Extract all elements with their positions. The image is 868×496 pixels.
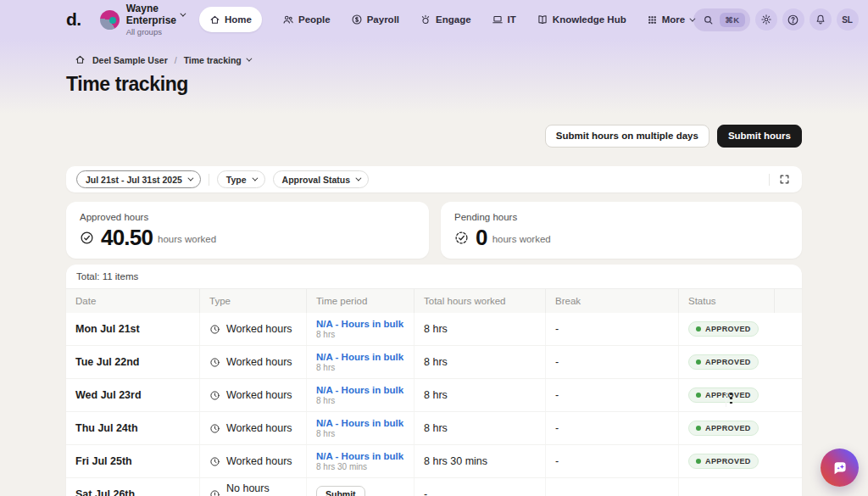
breadcrumb-item[interactable]: Deel Sample User bbox=[92, 55, 168, 65]
clock-icon bbox=[209, 324, 220, 335]
workspace-name: Wayne Enterprise bbox=[126, 3, 176, 26]
status-badge: APPROVED bbox=[688, 454, 759, 469]
breadcrumb-home-button[interactable] bbox=[75, 54, 86, 65]
time-period-sub: 8 hrs bbox=[316, 429, 335, 438]
row-type: Worked hours bbox=[199, 412, 306, 444]
pending-hours-card: Pending hours 0 hours worked bbox=[441, 202, 802, 259]
time-period-link[interactable]: N/A - Hours in bulk bbox=[316, 319, 403, 329]
header-actions: Submit hours on multiple days Submit hou… bbox=[545, 125, 802, 148]
submit-hours-multiple-days-button[interactable]: Submit hours on multiple days bbox=[545, 125, 709, 148]
settings-button[interactable] bbox=[755, 8, 777, 31]
grid-icon bbox=[647, 14, 658, 25]
workspace-switcher[interactable]: Wayne Enterprise All groups bbox=[100, 3, 184, 36]
nav-item-it[interactable]: IT bbox=[492, 14, 516, 25]
search-button[interactable]: ⌘K bbox=[693, 8, 749, 31]
row-status: APPROVED bbox=[678, 412, 774, 444]
card-title: Pending hours bbox=[454, 212, 788, 222]
fullscreen-button[interactable] bbox=[777, 172, 792, 187]
status-badge: APPROVED bbox=[688, 321, 759, 337]
topbar-right: ⌘K SL bbox=[693, 8, 858, 31]
time-tracking-table: Total: 11 items Date Type Time period To… bbox=[66, 265, 802, 496]
search-shortcut: ⌘K bbox=[720, 13, 744, 27]
engage-icon bbox=[420, 14, 431, 25]
approved-hours-value: 40.50 bbox=[101, 226, 153, 248]
row-time-period: N/A - Hours in bulk 8 hrs bbox=[306, 346, 414, 378]
user-avatar[interactable]: SL bbox=[837, 8, 859, 31]
check-circle-icon bbox=[80, 231, 94, 245]
row-date: Tue Jul 22nd bbox=[66, 346, 199, 378]
row-date: Wed Jul 23rd bbox=[66, 379, 199, 411]
nav-item-people[interactable]: People bbox=[282, 14, 331, 25]
status-dot-icon bbox=[696, 459, 701, 464]
row-date: Thu Jul 24th bbox=[66, 412, 199, 444]
time-period-sub: 8 hrs 30 mins bbox=[316, 462, 367, 471]
help-button[interactable] bbox=[782, 8, 804, 31]
row-type: Worked hours bbox=[199, 313, 306, 345]
approval-status-filter[interactable]: Approval Status bbox=[273, 170, 370, 188]
table-row: Wed Jul 23rd Worked hours N/A - Hours in… bbox=[66, 379, 802, 412]
gear-icon bbox=[760, 14, 772, 25]
breadcrumb-separator: / bbox=[175, 55, 177, 65]
nav-item-home[interactable]: Home bbox=[199, 7, 262, 32]
type-filter[interactable]: Type bbox=[217, 170, 265, 188]
status-dot-icon bbox=[696, 426, 701, 431]
status-badge: APPROVED bbox=[688, 354, 759, 370]
breadcrumb-item-current[interactable]: Time tracking bbox=[184, 55, 250, 65]
row-time-period: Submit bbox=[306, 478, 414, 496]
date-range-filter[interactable]: Jul 21st - Jul 31st 2025 bbox=[76, 170, 201, 188]
book-icon bbox=[537, 14, 548, 25]
status-badge: APPROVED bbox=[688, 387, 759, 403]
column-header-date: Date bbox=[66, 289, 199, 313]
hours-worked-unit: hours worked bbox=[492, 234, 551, 244]
workspace-subtitle: All groups bbox=[126, 27, 184, 36]
table-row: Sat Jul 26th No hours worked Submit - bbox=[66, 478, 802, 496]
row-time-period: N/A - Hours in bulk 8 hrs 30 mins bbox=[306, 445, 414, 477]
time-period-link[interactable]: N/A - Hours in bulk bbox=[316, 352, 403, 362]
row-total-hours: 8 hrs bbox=[414, 412, 545, 444]
time-period-sub: 8 hrs bbox=[316, 363, 335, 372]
chevron-down-icon bbox=[180, 10, 186, 16]
card-title: Approved hours bbox=[80, 212, 415, 222]
submit-hours-button[interactable]: Submit hours bbox=[717, 125, 802, 148]
workspace-avatar bbox=[100, 10, 120, 30]
nav-item-knowledge-hub[interactable]: Knowledge Hub bbox=[537, 14, 626, 25]
column-header-type: Type bbox=[199, 289, 306, 313]
time-period-link[interactable]: N/A - Hours in bulk bbox=[316, 418, 403, 428]
filter-divider bbox=[769, 174, 770, 186]
clock-icon bbox=[209, 423, 220, 434]
ai-assistant-fab[interactable] bbox=[821, 449, 859, 487]
row-status: APPROVED bbox=[678, 313, 774, 345]
clock-icon bbox=[209, 357, 220, 368]
kebab-menu-icon[interactable] bbox=[726, 389, 736, 407]
nav-label: Knowledge Hub bbox=[553, 14, 626, 25]
nav-item-engage[interactable]: Engage bbox=[420, 14, 471, 25]
row-break: - bbox=[545, 412, 678, 444]
payroll-icon bbox=[351, 14, 363, 25]
row-type: Worked hours bbox=[199, 379, 306, 411]
deel-logo[interactable]: d. bbox=[66, 9, 81, 30]
row-submit-button[interactable]: Submit bbox=[316, 486, 365, 496]
time-period-sub: 8 hrs bbox=[316, 330, 335, 339]
people-icon bbox=[282, 14, 294, 25]
clock-icon bbox=[209, 390, 220, 401]
nav-item-payroll[interactable]: Payroll bbox=[351, 14, 399, 25]
row-total-hours: 8 hrs bbox=[414, 346, 545, 378]
row-type: Worked hours bbox=[199, 346, 306, 378]
table-row: Fri Jul 25th Worked hours N/A - Hours in… bbox=[66, 445, 802, 478]
row-total-hours: 8 hrs bbox=[414, 379, 545, 411]
notifications-button[interactable] bbox=[810, 8, 832, 31]
nav-label: Home bbox=[225, 14, 252, 25]
nav-item-more[interactable]: More bbox=[647, 14, 693, 25]
main-nav: Home People Payroll Engage IT bbox=[199, 7, 693, 32]
status-badge: APPROVED bbox=[688, 421, 759, 436]
nav-label: Engage bbox=[436, 14, 471, 25]
search-icon bbox=[703, 14, 714, 25]
column-header-actions bbox=[774, 289, 802, 313]
time-period-link[interactable]: N/A - Hours in bulk bbox=[316, 451, 403, 461]
row-time-period: N/A - Hours in bulk 8 hrs bbox=[306, 379, 414, 411]
row-total-hours: - bbox=[414, 478, 545, 496]
time-period-link[interactable]: N/A - Hours in bulk bbox=[316, 385, 403, 395]
time-period-sub: 8 hrs bbox=[316, 396, 335, 405]
home-icon bbox=[75, 54, 86, 65]
column-header-time-period: Time period bbox=[306, 289, 414, 313]
